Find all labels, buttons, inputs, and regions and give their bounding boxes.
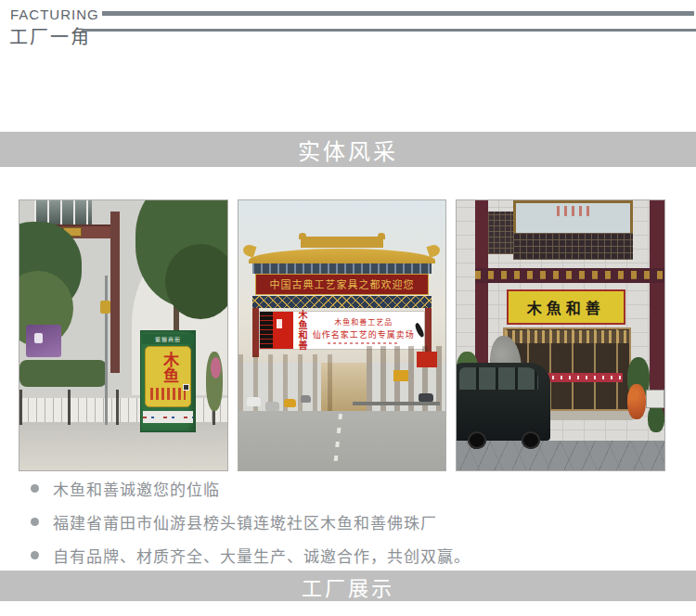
- arch-beam-text: 中国古典工艺家具之都欢迎您: [270, 276, 415, 291]
- suv-windows: [459, 367, 538, 389]
- list-item-text: 自有品牌、材质齐全、大量生产、诚邀合作，共创双赢。: [53, 544, 470, 567]
- billboard-line2: 仙作名家工艺的专属卖场: [313, 328, 415, 340]
- billboard-red-panel: [273, 312, 294, 349]
- billboard-seal-logo: 木鱼和善: [293, 312, 313, 349]
- banner-entity-style: 实体风采: [0, 132, 696, 167]
- arch-beam: 中国古典工艺家具之都欢迎您: [255, 274, 430, 295]
- car: [301, 395, 311, 403]
- crane-painting: [415, 312, 424, 349]
- feature-list: 木鱼和善诚邀您的位临 福建省莆田市仙游县榜头镇连墘社区木鱼和善佛珠厂 自有品牌、…: [31, 477, 470, 577]
- kiosk-header-label: 紫檀商街: [155, 335, 181, 343]
- car: [247, 397, 262, 406]
- billboard-text-block: 木鱼和善工艺品 仙作名家工艺的专属卖场: [313, 312, 415, 349]
- list-item: 福建省莆田市仙游县榜头镇连墘社区木鱼和善佛珠厂: [31, 510, 470, 533]
- billboard-line1: 木鱼和善工艺品: [334, 316, 393, 327]
- header-divider-thin: [82, 29, 696, 32]
- bullet-dot-icon: [31, 484, 39, 493]
- road: [19, 425, 227, 470]
- list-item: 木鱼和善诚邀您的位临: [31, 477, 470, 500]
- arch-decor-band: [252, 296, 431, 308]
- plant: [648, 405, 664, 432]
- red-column: [110, 212, 120, 374]
- header-title-zh: 工厂一角: [9, 22, 91, 49]
- kiosk-small-red-text: [150, 388, 186, 400]
- hedge: [19, 360, 107, 387]
- bullet-dot-icon: [31, 551, 39, 559]
- taxi: [284, 399, 296, 407]
- window-lattice-side: [488, 212, 513, 255]
- list-item-text: 福建省莆田市仙游县榜头镇连墘社区木鱼和善佛珠厂: [53, 510, 437, 533]
- product-detail-section: FACTURING 工厂一角 实体风采: [0, 0, 696, 616]
- photo-archway-street: 中国古典工艺家具之都欢迎您 木鱼和善 木鱼和善工艺品 仙作名家工艺的专属卖场: [238, 199, 447, 471]
- billboard: 木鱼和善 木鱼和善工艺品 仙作名家工艺的专属卖场: [259, 311, 425, 350]
- car: [265, 402, 280, 411]
- list-item-text: 木鱼和善诚邀您的位临: [53, 477, 220, 500]
- banner-entity-label: 实体风采: [298, 134, 398, 166]
- pink-flowers: [211, 357, 221, 379]
- purple-banner-text-mark: [34, 333, 43, 344]
- car: [419, 393, 433, 402]
- pole-sign: [100, 301, 110, 314]
- fence-bollards: [19, 390, 227, 428]
- door-transom: [505, 330, 629, 344]
- photo-storefront: 木魚和善: [456, 199, 665, 471]
- billboard-address-line: [328, 342, 399, 344]
- banner-factory-display: 工厂展示: [0, 571, 696, 601]
- kiosk-bottom-strip: [143, 411, 193, 423]
- header-divider-thick: [102, 11, 694, 16]
- photo-gallery: 紫檀商街 木鱼 中国古典工艺家具之都欢迎您: [19, 199, 665, 471]
- qr-code: [183, 384, 190, 391]
- orange-flowers: [627, 384, 646, 419]
- roof-bracket-band: [252, 263, 431, 273]
- arch-roof-ridge: [301, 237, 383, 248]
- banner-factory-label: 工厂展示: [302, 571, 394, 601]
- balcony-window: [34, 200, 93, 225]
- list-item: 自有品牌、材质齐全、大量生产、诚邀合作，共创双赢。: [31, 544, 470, 567]
- kiosk-sign-text: 木鱼: [157, 351, 182, 386]
- suv-wheel: [468, 431, 486, 449]
- ornament-beam: [475, 268, 664, 283]
- storefront-sign-text: 木魚和善: [527, 296, 605, 318]
- tree-blob: [165, 244, 228, 319]
- window-reflection-text: [557, 206, 590, 217]
- arch-roof-eave: [249, 249, 435, 263]
- purple-banner: [26, 325, 61, 357]
- ac-unit: [646, 390, 664, 408]
- brick-pavement: [457, 441, 664, 470]
- shop-sign-red: [417, 352, 437, 367]
- storefront-sign: 木魚和善: [507, 289, 625, 325]
- arch-column: [252, 308, 259, 356]
- sign-pole: [105, 276, 109, 424]
- header-title-en: FACTURING: [10, 6, 99, 22]
- billboard-logo-mark: [277, 319, 283, 328]
- window-lattice: [513, 233, 634, 260]
- kiosk-header-band: 紫檀商街: [142, 334, 194, 343]
- bullet-dot-icon: [31, 518, 39, 526]
- billboard-led-panel: [260, 312, 273, 349]
- shop-sign-gold: [393, 370, 408, 381]
- suv-wheel: [522, 431, 540, 449]
- photo-factory-street: 紫檀商街 木鱼: [19, 199, 228, 471]
- median-fence: [353, 402, 440, 406]
